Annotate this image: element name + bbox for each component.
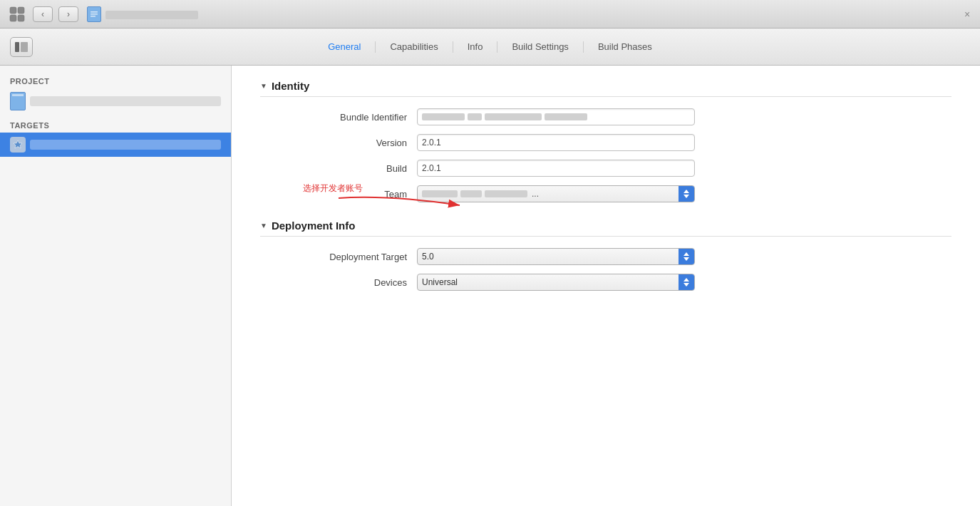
target-app-icon: [10, 137, 26, 153]
tab-info[interactable]: Info: [453, 37, 497, 56]
blur-block-4: [545, 113, 587, 120]
version-label: Version: [274, 138, 417, 148]
svg-rect-1: [18, 7, 24, 14]
deployment-section-header: ▼ Deployment Info: [260, 220, 951, 237]
back-button[interactable]: ‹: [33, 6, 53, 22]
toolbar: General Capabilities Info Build Settings…: [0, 29, 980, 66]
team-blur-3: [485, 190, 527, 197]
sidebar: PROJECT TARGETS: [0, 66, 232, 506]
deployment-target-arrow-icon: [679, 248, 694, 265]
target-name-blurred: [30, 140, 221, 150]
grid-icon[interactable]: [7, 4, 27, 24]
identity-section-title: Identity: [272, 80, 309, 92]
team-select-arrow-icon: [679, 185, 694, 202]
svg-rect-7: [91, 16, 96, 17]
tab-build-phases[interactable]: Build Phases: [584, 37, 666, 56]
team-ellipsis: ...: [532, 189, 539, 199]
forward-button[interactable]: ›: [58, 6, 78, 22]
devices-label: Devices: [274, 277, 417, 288]
build-input[interactable]: [417, 160, 695, 177]
devices-select[interactable]: Universal: [417, 274, 695, 291]
bundle-identifier-label: Bundle Identifier: [274, 112, 417, 123]
sidebar-toggle-button[interactable]: [10, 37, 33, 57]
project-item[interactable]: [0, 88, 231, 114]
project-name-blurred: [30, 96, 221, 106]
blur-block-1: [422, 113, 465, 120]
deployment-target-row: Deployment Target 5.0: [260, 248, 951, 265]
tab-general[interactable]: General: [314, 37, 375, 56]
annotation-arrow: [331, 191, 474, 212]
version-row: Version: [260, 134, 951, 151]
deployment-section-title: Deployment Info: [272, 220, 356, 232]
version-input[interactable]: [417, 134, 695, 151]
identity-section-header: ▼ Identity: [260, 80, 951, 97]
bundle-identifier-input[interactable]: [417, 108, 695, 125]
devices-row: Devices Universal: [260, 274, 951, 291]
svg-rect-2: [10, 15, 16, 21]
file-name: [105, 9, 198, 19]
svg-rect-6: [91, 14, 98, 15]
deployment-target-select[interactable]: 5.0: [417, 248, 695, 265]
file-breadcrumb: [87, 6, 198, 22]
deployment-target-value: 5.0: [418, 252, 679, 262]
close-button[interactable]: ×: [961, 9, 973, 20]
main-layout: PROJECT TARGETS ▼ Identity Bundle Identi…: [0, 66, 980, 506]
svg-rect-8: [15, 42, 19, 52]
svg-rect-3: [18, 15, 24, 21]
tab-capabilities[interactable]: Capabilities: [376, 37, 452, 56]
file-icon: [87, 6, 101, 22]
project-file-icon: [10, 92, 26, 110]
deployment-triangle-icon: ▼: [260, 222, 267, 229]
blur-block-3: [485, 113, 542, 120]
blur-block-2: [468, 113, 482, 120]
title-bar: ‹ › ×: [0, 0, 980, 29]
team-section: 选择开发者账号 Team ...: [260, 185, 951, 202]
content-area: ▼ Identity Bundle Identifier Version Bui…: [232, 66, 980, 506]
project-section-label: PROJECT: [0, 74, 231, 88]
tab-build-settings[interactable]: Build Settings: [497, 37, 583, 56]
svg-rect-0: [10, 7, 16, 14]
svg-rect-5: [91, 11, 98, 13]
deployment-target-label: Deployment Target: [274, 252, 417, 262]
build-row: Build: [260, 160, 951, 177]
target-item[interactable]: [0, 133, 231, 157]
bundle-identifier-row: Bundle Identifier: [260, 108, 951, 125]
targets-section-label: TARGETS: [0, 114, 231, 133]
svg-rect-9: [21, 42, 28, 52]
build-label: Build: [274, 163, 417, 174]
devices-arrow-icon: [679, 274, 694, 291]
tab-group: General Capabilities Info Build Settings…: [314, 37, 666, 56]
identity-triangle-icon: ▼: [260, 82, 267, 90]
devices-value: Universal: [418, 277, 679, 287]
